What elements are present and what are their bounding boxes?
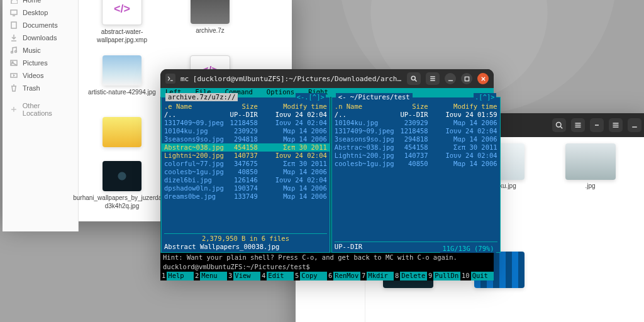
mc-row[interactable]: dizel6bi.jpg126146Iουν 24 02:04 <box>162 176 330 184</box>
file-thumbnail <box>103 55 142 86</box>
mc-left-summary: 2,379,950 B in 6 files <box>164 235 327 243</box>
mc-row[interactable]: /..UP--DIRIουν 24 01:59 <box>332 111 500 119</box>
videos-icon <box>10 72 18 79</box>
sidebar-item-label: Documents <box>23 21 58 29</box>
mc-row[interactable]: coolesb~1gu.jpg40850Μαρ 14 2006 <box>162 168 330 176</box>
file-thumbnail: </> <box>102 0 142 25</box>
file-item[interactable]: </> abstract-water-wallpaper.jpg.xmp <box>87 0 157 44</box>
mc-row[interactable]: Lightni~200.jpg140737Iουν 24 02:04 <box>162 152 330 160</box>
window-maximize-button[interactable] <box>461 73 472 84</box>
file-name: artistic-nature-42994.jpg <box>88 88 156 96</box>
sidebar-item-downloads[interactable]: Downloads <box>3 31 78 44</box>
file-item[interactable]: .jpg <box>560 143 620 226</box>
file-name: .jpg <box>585 182 595 189</box>
terminal-window: mc [ducklord@vmUbuntuZFS]:~/Pictures/Dow… <box>160 69 494 274</box>
sidebar-item-label: Other Locations <box>23 102 70 117</box>
mc-row[interactable]: dpshadow0ln.jpg190374Μαρ 14 2006 <box>162 184 330 192</box>
mc-fkey-4[interactable]: 4Edit <box>260 272 294 280</box>
terminal-search-button[interactable] <box>407 72 421 85</box>
file-item[interactable]: artistic-nature-42994.jpg <box>87 55 157 106</box>
mc-fkeys[interactable]: 1Help2Menu3View4Edit5Copy6RenMov7Mkdir8D… <box>160 272 494 280</box>
mc-row[interactable]: 10104ku.jpg230929Μαρ 14 2006 <box>332 119 500 127</box>
col-name: .n Name <box>335 103 394 111</box>
menu-button[interactable] <box>609 118 623 132</box>
mc-menu-options[interactable]: Options <box>264 88 297 97</box>
view-toggle-button[interactable] <box>590 118 604 132</box>
col-mtime: Modify time <box>428 103 497 111</box>
mc-fkey-5[interactable]: 5Copy <box>294 272 327 280</box>
window-min-button[interactable] <box>628 118 641 132</box>
mc-fkey-8[interactable]: 8Delete <box>394 272 427 280</box>
mc-left-panel[interactable]: archive.7z/u7z:// <-.[^]> .e NameSizeMod… <box>161 97 330 253</box>
sidebar-item-label: Home <box>23 0 41 4</box>
file-name: burhani_wallpapers_by_juzerdana-d3k4h2q.… <box>73 194 171 210</box>
svg-point-9 <box>411 76 415 80</box>
mc-row[interactable]: 3seasons9so.jpg294818Μαρ 14 2006 <box>162 135 330 143</box>
mc-fkey-7[interactable]: 7Mkdir <box>360 272 394 280</box>
desktop-icon <box>10 9 18 16</box>
sidebar-item-music[interactable]: Music <box>3 44 78 57</box>
mc-body: LeftFileCommandOptionsRight archive.7z/u… <box>160 88 494 274</box>
search-button[interactable] <box>552 118 566 132</box>
window-close-button[interactable] <box>477 73 489 84</box>
mc-right-updir-marker: .[^]> <box>474 93 496 101</box>
mc-row[interactable]: dreams0be.jpg133749Μαρ 14 2006 <box>162 192 330 201</box>
sidebar-item-documents[interactable]: Documents <box>3 19 78 31</box>
mc-row[interactable]: 1317409~09.jpeg1218458Iουν 24 02:04 <box>162 119 330 127</box>
mc-fkey-6[interactable]: 6RenMov <box>327 272 360 280</box>
sidebar-item-home[interactable]: Home <box>3 0 78 6</box>
mc-fkey-9[interactable]: 9PullDn <box>427 272 460 280</box>
mc-fkey-3[interactable]: 3View <box>227 272 260 280</box>
mc-disk-usage: 11G/13G (79%) <box>440 245 496 253</box>
mc-row[interactable]: 3seasons9so.jpg294818Μαρ 14 2006 <box>332 135 500 143</box>
sidebar-item-label: Trash <box>23 84 40 92</box>
svg-point-7 <box>557 123 562 128</box>
file-thumbnail <box>191 0 230 24</box>
terminal-icon <box>165 74 175 84</box>
svg-rect-1 <box>11 22 16 28</box>
col-size: Size <box>224 103 258 111</box>
sidebar-item-pictures[interactable]: Pictures <box>3 57 78 69</box>
sidebar-item-trash[interactable]: Trash <box>3 82 78 94</box>
mc-fkey-2[interactable]: 2Menu <box>194 272 227 280</box>
file-thumbnail <box>103 161 142 191</box>
downloads-icon <box>10 34 18 42</box>
window-minimize-button[interactable] <box>445 73 456 84</box>
mc-row[interactable]: Lightni~200.jpg140737Iουν 24 02:04 <box>332 152 500 160</box>
svg-rect-10 <box>465 77 469 80</box>
mc-left-updir-marker: <-.[^]> <box>296 93 326 101</box>
terminal-titlebar[interactable]: mc [ducklord@vmUbuntuZFS]:~/Pictures/Dow… <box>160 69 494 88</box>
file-item[interactable]: archive.7z <box>175 0 245 44</box>
files-sidebar: Home Desktop Documents Downloads Music P… <box>3 0 79 231</box>
mc-row[interactable]: Abstrac~038.jpg454158Σεπ 30 2011 <box>332 143 500 152</box>
sidebar-item-label: Downloads <box>23 34 57 42</box>
mc-row[interactable]: colorful~77.jpg347675Σεπ 30 2011 <box>162 160 330 168</box>
documents-icon <box>10 21 18 29</box>
home-icon <box>10 0 18 4</box>
mc-row[interactable]: 10104ku.jpg230929Μαρ 14 2006 <box>162 127 330 135</box>
file-thumbnail <box>103 117 142 147</box>
sidebar-item-videos[interactable]: Videos <box>3 69 78 82</box>
svg-point-3 <box>15 51 17 53</box>
file-item[interactable]: burhani_wallpapers_by_juzerdana-d3k4h2q.… <box>87 161 157 210</box>
mc-row[interactable]: /..UP--DIRIουν 24 02:04 <box>162 111 330 119</box>
view-list-button[interactable] <box>571 118 585 132</box>
mc-row[interactable]: coolesb~1gu.jpg40850Μαρ 14 2006 <box>332 160 500 168</box>
file-name: archive.7z <box>196 26 225 35</box>
file-item[interactable] <box>87 117 157 150</box>
mc-prompt[interactable]: ducklord@vmUbuntuZFS:~/Pictures/test$ <box>160 263 494 272</box>
svg-rect-0 <box>11 10 17 14</box>
file-thumbnail <box>565 143 616 180</box>
sidebar-item-other-locations[interactable]: Other Locations <box>3 99 78 119</box>
mc-right-path: <- ~/Pictures/test <box>336 93 413 101</box>
mc-fkey-10[interactable]: 10Quit <box>460 272 494 280</box>
sidebar-item-desktop[interactable]: Desktop <box>3 6 78 19</box>
terminal-menu-button[interactable] <box>426 72 440 85</box>
mc-fkey-1[interactable]: 1Help <box>160 272 194 280</box>
col-size: Size <box>394 103 428 111</box>
mc-right-panel[interactable]: <- ~/Pictures/test .[^]> .n NameSizeModi… <box>331 97 501 253</box>
mc-row[interactable]: 1317409~09.jpeg1218458Iουν 24 02:04 <box>332 127 500 135</box>
sidebar-item-label: Pictures <box>23 59 48 67</box>
mc-left-mini: Abstract Wallpapers_00038.jpg <box>164 243 327 251</box>
mc-row[interactable]: Abstrac~038.jpg454158Σεπ 30 2011 <box>162 143 330 152</box>
